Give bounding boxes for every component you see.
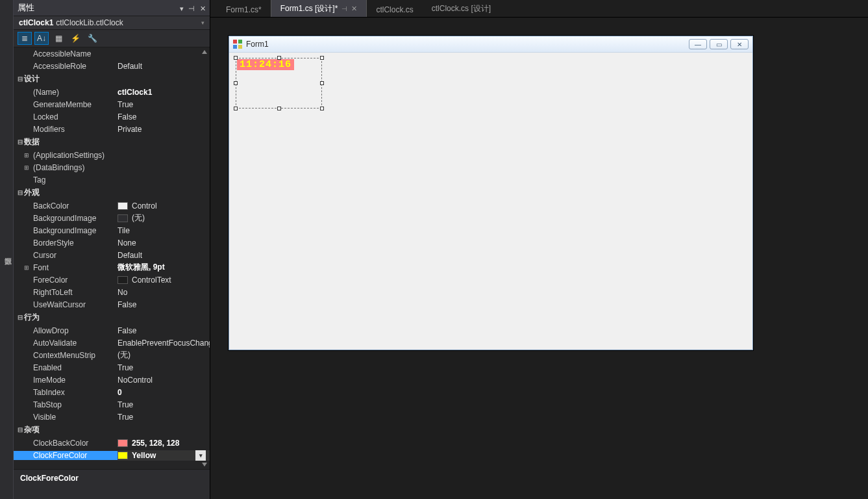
property-row[interactable]: AllowDropFalse [14,324,210,337]
form-max-button[interactable]: ▭ [710,39,728,49]
property-row[interactable]: ModifiersPrivate [14,123,210,135]
property-row[interactable]: TabStopTrue [14,398,210,411]
left-toolbox-tab[interactable]: 数据源 [0,0,14,499]
property-value[interactable]: None [118,238,210,248]
resize-handle-n[interactable] [277,56,281,60]
expand-icon[interactable]: ⊞ [24,264,31,271]
property-value[interactable]: False [118,112,210,122]
property-row[interactable]: VisibleTrue [14,411,210,423]
property-row[interactable]: ContextMenuStrip(无) [14,349,210,361]
property-value[interactable]: No [118,288,210,297]
property-row[interactable]: UseWaitCursorFalse [14,298,210,311]
resize-handle-s[interactable] [277,107,281,110]
alphabetical-button[interactable]: A↓ [34,32,49,45]
property-value[interactable]: Control [118,201,210,211]
property-row[interactable]: ⊞Font微软雅黑, 9pt [14,261,210,274]
property-row[interactable]: ImeModeNoControl [14,374,210,386]
object-selector[interactable]: ctlClock1 ctlClockLib.ctlClock ▾ [14,16,210,30]
property-row[interactable]: BackgroundImage(无) [14,212,210,224]
form-designer[interactable]: Form1 — ▭ ✕ 11:24:16 [229,36,753,350]
property-row[interactable]: LockedFalse [14,110,210,123]
panel-dropdown-icon[interactable]: ▾ [180,5,184,12]
property-grid[interactable]: AccessibleNameAccessibleRoleDefault⊟设计(N… [14,47,210,469]
property-value[interactable]: 255, 128, 128 [118,439,210,448]
property-row[interactable]: (Name)ctlClock1 [14,86,210,98]
property-value[interactable]: NoControl [118,376,210,385]
property-pages-button[interactable]: 🔧 [85,32,99,45]
property-row[interactable]: ⊞(DataBindings) [14,161,210,173]
tab-close-icon[interactable]: ✕ [351,5,357,13]
property-row[interactable]: BorderStyleNone [14,237,210,249]
property-row[interactable]: ForeColorControlText [14,274,210,286]
property-row[interactable]: RightToLeftNo [14,286,210,298]
object-dropdown-icon[interactable]: ▾ [201,19,205,26]
category-row[interactable]: ⊟数据 [14,135,210,149]
selected-control[interactable]: 11:24:16 [236,58,322,109]
document-tab[interactable]: ctlClock.cs [设计] [423,0,500,17]
resize-handle-sw[interactable] [234,107,238,110]
expand-icon[interactable]: ⊞ [24,152,31,159]
resize-handle-e[interactable] [320,81,324,85]
expand-icon[interactable]: ⊞ [24,164,31,171]
property-row[interactable]: AccessibleRoleDefault [14,60,210,72]
property-value[interactable]: True [118,413,210,422]
property-value[interactable]: False [118,300,210,309]
property-value[interactable]: 0 [118,388,210,397]
form-close-button[interactable]: ✕ [730,39,749,49]
property-row[interactable]: Tag [14,173,210,186]
collapse-icon[interactable]: ⊟ [16,426,24,433]
property-value[interactable]: Default [118,62,210,71]
resize-handle-ne[interactable] [320,56,324,60]
property-value[interactable]: EnablePreventFocusChange [118,339,210,348]
property-value[interactable]: ctlClock1 [118,88,210,97]
scroll-up-icon[interactable] [202,50,207,54]
pin-icon[interactable]: ⊣ [341,5,347,12]
collapse-icon[interactable]: ⊟ [16,138,24,146]
category-row[interactable]: ⊟杂项 [14,423,210,437]
property-value[interactable]: True [118,363,210,372]
property-value[interactable]: False [118,326,210,335]
property-row[interactable]: ⊞(ApplicationSettings) [14,149,210,161]
property-row[interactable]: AutoValidateEnablePreventFocusChange [14,337,210,349]
property-value[interactable]: Yellow▾ [118,450,210,461]
property-value[interactable]: 微软雅黑, 9pt [118,262,210,273]
property-value[interactable]: (无) [118,212,210,224]
resize-handle-w[interactable] [234,81,238,85]
designer-surface[interactable]: Form1 — ▭ ✕ 11:24:16 [210,18,868,499]
collapse-icon[interactable]: ⊟ [16,314,24,321]
property-value[interactable]: Tile [118,226,210,235]
resize-handle-nw[interactable] [234,56,238,60]
property-row[interactable]: ClockBackColor255, 128, 128 [14,437,210,449]
collapse-icon[interactable]: ⊟ [16,75,24,83]
property-row[interactable]: CursorDefault [14,249,210,261]
panel-pin-icon[interactable]: ⊣ [188,5,195,12]
category-row[interactable]: ⊟设计 [14,72,210,86]
document-tab[interactable]: ctlClock.cs [367,2,422,17]
form-client-area[interactable]: 11:24:16 [233,57,749,346]
property-value[interactable]: True [118,100,210,109]
property-value[interactable]: Default [118,251,210,260]
category-row[interactable]: ⊟行为 [14,311,210,324]
collapse-icon[interactable]: ⊟ [16,189,24,196]
document-tab[interactable]: Form1.cs [设计]*⊣✕ [271,0,367,17]
property-row[interactable]: AccessibleName [14,47,210,60]
property-value[interactable]: (无) [118,350,210,361]
property-value[interactable]: True [118,400,210,409]
events-button[interactable]: ⚡ [68,32,82,45]
resize-handle-se[interactable] [320,107,324,110]
property-row[interactable]: BackColorControl [14,199,210,212]
property-row[interactable]: BackgroundImageTile [14,224,210,237]
property-row[interactable]: TabIndex0 [14,386,210,398]
scroll-down-icon[interactable] [202,463,207,467]
panel-close-icon[interactable]: ✕ [200,5,206,12]
category-row[interactable]: ⊟外观 [14,186,210,199]
property-value[interactable]: ControlText [118,275,210,285]
property-row[interactable]: ClockForeColorYellow▾ [14,449,210,461]
dropdown-button[interactable]: ▾ [195,450,206,461]
property-row[interactable]: GenerateMembeTrue [14,98,210,110]
properties-button[interactable]: ▦ [51,32,66,45]
form-min-button[interactable]: — [689,39,707,49]
property-row[interactable]: EnabledTrue [14,361,210,374]
property-value[interactable]: Private [118,125,210,134]
categorized-button[interactable]: ≣ [18,32,32,45]
